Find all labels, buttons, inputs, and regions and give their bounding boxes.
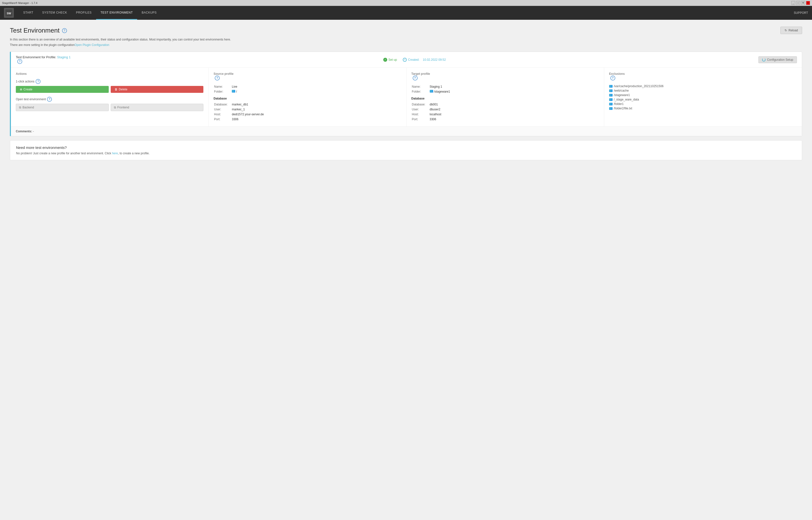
source-folder-row: Folder: / [214, 89, 400, 94]
exclusion-item-5: /folder2/file.txt [609, 106, 797, 111]
target-db-table: Database: db001 User: dbuser2 Host: loca… [412, 102, 599, 122]
source-db-table: Database: markec_db1 User: markec_1 Host… [214, 102, 401, 122]
nav-menu: START SYSTEM CHECK PROFILES TEST ENVIRON… [19, 6, 794, 20]
nav-item-system-check[interactable]: SYSTEM CHECK [38, 6, 72, 20]
source-profile-section: Source profile ? Name: Live Folder: / [208, 68, 406, 126]
action-buttons-row: ⊕ Create 🗑 Delete [16, 86, 203, 93]
page-help-icon[interactable]: ? [62, 28, 67, 33]
exclusion-item-2: /stageware1 [609, 93, 797, 97]
source-port-row: Port: 3306 [214, 117, 400, 122]
open-env-help-icon[interactable]: ? [47, 97, 52, 102]
reload-button[interactable]: ↻ Reload [780, 27, 802, 34]
exclusions-list: /var/cache/production_202110251506 /web/… [609, 84, 797, 111]
exclusion-folder-icon-3 [609, 98, 613, 101]
backend-button[interactable]: ⧉ Backend [16, 104, 109, 111]
titlebar: StageWare® Manager - 1.7.4 _ □ ⧉ ✕ [0, 0, 812, 6]
actions-title: Actions [16, 72, 203, 76]
target-port-row: Port: 3306 [412, 117, 598, 122]
config-setup-button[interactable]: Configuration Setup [758, 56, 797, 63]
target-database-row: Database: db001 [412, 102, 598, 107]
page-description: In this section there is an overview of … [10, 37, 802, 42]
env-profile-link[interactable]: Staging 1 [57, 55, 71, 59]
source-db-heading: Database [214, 97, 401, 100]
window-controls: _ □ ⧉ ✕ [791, 1, 810, 5]
nav-item-profiles[interactable]: PROFILES [71, 6, 96, 20]
exclusions-help-icon[interactable]: ? [610, 76, 615, 80]
target-profile-title: Target profile ? [412, 72, 599, 80]
main-content: Test Environment ? ↻ Reload In this sect… [0, 20, 812, 520]
close-button[interactable]: ✕ [806, 1, 810, 5]
env-card-header: Test Environment for Profile: Staging 1 … [11, 52, 802, 68]
exclusion-folder-icon-1 [609, 89, 613, 92]
target-folder-icon [430, 90, 433, 93]
more-environments-card: Need more test environments? No problem!… [10, 140, 802, 160]
open-plugin-config-link[interactable]: Open Plugin Configuration [75, 43, 109, 47]
one-click-help-icon[interactable]: ? [35, 79, 41, 84]
frontend-icon: ⧉ [114, 106, 116, 109]
page-header: Test Environment ? ↻ Reload [10, 27, 802, 34]
env-card-footer: Comments: - [11, 126, 802, 136]
app-logo: SW [4, 8, 14, 18]
created-badge: ⏱ Created: 10.02.2022 09:52 [403, 58, 446, 62]
navbar: SW START SYSTEM CHECK PROFILES TEST ENVI… [0, 6, 812, 20]
one-click-label: 1-click actions ? [16, 79, 203, 84]
exclusion-folder-icon-5 [609, 107, 613, 110]
nav-item-start[interactable]: START [19, 6, 38, 20]
exclusion-item-1: /web/cache [609, 88, 797, 93]
create-button[interactable]: ⊕ Create [16, 86, 109, 93]
source-help-icon[interactable]: ? [215, 76, 220, 80]
restore-button[interactable]: ⧉ [801, 1, 805, 5]
nav-item-backups[interactable]: BACKUPS [137, 6, 161, 20]
target-host-row: Host: localhost [412, 112, 598, 116]
maximize-button[interactable]: □ [796, 1, 800, 5]
target-name-row: Name: Staging 1 [412, 84, 598, 89]
spinner-icon [762, 58, 766, 61]
nav-support[interactable]: SUPPORT [794, 11, 808, 15]
source-database-row: Database: markec_db1 [214, 102, 400, 107]
target-user-row: User: dbuser2 [412, 107, 598, 112]
source-user-row: User: markec_1 [214, 107, 400, 112]
minimize-button[interactable]: _ [791, 1, 795, 5]
page-title: Test Environment [10, 27, 59, 34]
exclusion-folder-icon-2 [609, 94, 613, 97]
target-help-icon[interactable]: ? [413, 76, 418, 80]
svg-text:SW: SW [7, 12, 11, 15]
status-badge: ✓ Set up [383, 58, 397, 62]
more-text: No problem! Just create a new profile fo… [16, 152, 796, 155]
exclusions-title: Exclusions ? [609, 72, 797, 80]
environment-card: Test Environment for Profile: Staging 1 … [10, 52, 802, 136]
reload-icon: ↻ [785, 29, 787, 32]
exclusion-item-4: /folder1 [609, 102, 797, 106]
clock-icon: ⏱ [403, 58, 407, 62]
source-folder-icon [232, 90, 235, 93]
delete-icon: 🗑 [115, 88, 118, 91]
create-icon: ⊕ [20, 88, 22, 91]
more-title: Need more test environments? [16, 146, 796, 150]
exclusions-section: Exclusions ? /var/cache/production_20211… [604, 68, 802, 126]
nav-item-test-environment[interactable]: TEST ENVIRONMENT [96, 6, 137, 20]
app-title: StageWare® Manager - 1.7.4 [2, 1, 37, 4]
create-profile-link[interactable]: here [112, 152, 118, 155]
exclusion-folder-icon-0 [609, 85, 613, 88]
target-folder-row: Folder: /stageware1 [412, 89, 598, 94]
frontend-button[interactable]: ⧉ Frontend [111, 104, 204, 111]
open-buttons-row: ⧉ Backend ⧉ Frontend [16, 104, 203, 111]
target-profile-section: Target profile ? Name: Staging 1 Folder:… [407, 68, 604, 126]
source-profile-table: Name: Live Folder: / [214, 84, 401, 94]
exclusion-item-3: /_stage_ware_data [609, 97, 797, 102]
plugin-config-text: There are more setting in the plugin con… [10, 43, 802, 47]
env-help-icon[interactable]: ? [17, 59, 22, 64]
source-name-row: Name: Live [214, 84, 400, 89]
open-test-env-group: Open test environment ? ⧉ Backend ⧉ Fron… [16, 97, 203, 111]
open-test-env-label: Open test environment ? [16, 97, 203, 102]
delete-button[interactable]: 🗑 Delete [111, 86, 204, 93]
one-click-actions-group: 1-click actions ? ⊕ Create 🗑 Delete [16, 79, 203, 93]
env-card-title: Test Environment for Profile: Staging 1 … [16, 55, 71, 64]
exclusion-folder-icon-4 [609, 103, 613, 105]
env-card-body: Actions 1-click actions ? ⊕ Create 🗑 D [11, 68, 802, 126]
actions-section: Actions 1-click actions ? ⊕ Create 🗑 D [11, 68, 208, 126]
target-db-heading: Database [412, 97, 599, 100]
check-icon: ✓ [383, 58, 387, 62]
target-profile-table: Name: Staging 1 Folder: /stageware1 [412, 84, 599, 94]
exclusion-item-0: /var/cache/production_202110251506 [609, 84, 797, 88]
